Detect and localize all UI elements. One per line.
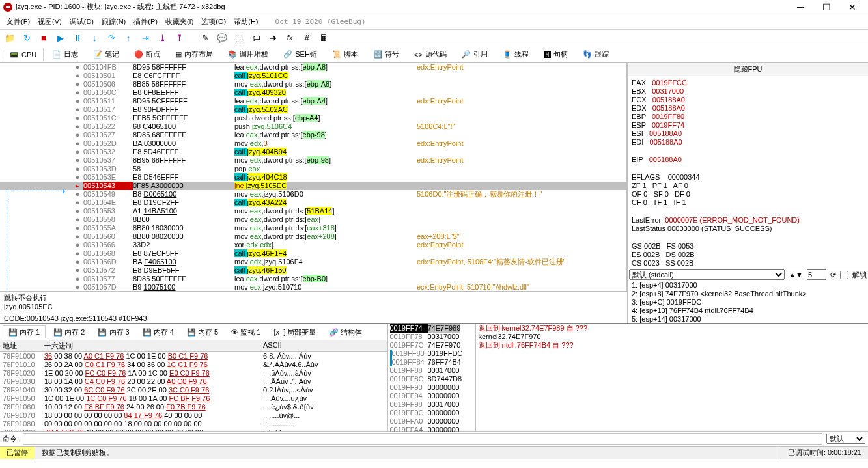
dump-tab[interactable]: 🧬 结构体 xyxy=(324,325,367,338)
disasm-row[interactable]: ▸005105430F85 A3000000jne jzyq.5105EC xyxy=(0,182,626,190)
pause-button[interactable]: ⏸ xyxy=(70,31,85,44)
disasm-row[interactable]: ●0051056633D2xor edx,edx]edx:EntryPoint xyxy=(0,241,626,249)
command-label: 命令: xyxy=(3,434,19,444)
disasm-row[interactable]: ●00510549B8 D0065100mov eax,jzyq.5106D05… xyxy=(0,190,626,199)
disasm-row[interactable]: ●0051053EE8 D546EFFFcall jzyq.404C18 xyxy=(0,173,626,182)
tab-script[interactable]: 📜 脚本 xyxy=(326,48,365,61)
tab-symbols[interactable]: 🔣 符号 xyxy=(367,48,406,61)
disasm-row[interactable]: ●00510568E8 87ECF5FFcall jzyq.46F1F4 xyxy=(0,249,626,258)
disasm-row[interactable]: ●00510517E8 90FDFFFFcall jzyq.5102AC xyxy=(0,105,626,114)
svg-rect-1 xyxy=(6,6,10,8)
step-out-button[interactable]: ↑ xyxy=(121,31,135,44)
comment-button[interactable]: 💬 xyxy=(215,31,229,44)
toggle-button[interactable]: ⬚ xyxy=(232,31,246,44)
restart-button[interactable]: ↻ xyxy=(20,31,34,44)
disasm-row[interactable]: ●005105118D95 5CFFFFFFlea edx,dword ptr … xyxy=(0,97,626,105)
disasm-row[interactable]: ●00510553A1 14BA5100mov eax,dword ptr ds… xyxy=(0,207,626,215)
disasm-row[interactable]: ●0051051CFFB5 5CFFFFFFpush dword ptr ss:… xyxy=(0,114,626,122)
minimize-button[interactable]: ─ xyxy=(787,0,813,14)
patch-button[interactable]: ✎ xyxy=(198,31,212,44)
tab-callstack[interactable]: 📚 调用堆栈 xyxy=(221,48,275,61)
step-over-button[interactable]: ↷ xyxy=(104,31,119,44)
tab-breakpoints[interactable]: 🔴 断点 xyxy=(128,48,167,61)
dump-view[interactable]: 76F9100036 00 38 00 A0 C1 F9 76 1C 00 1E… xyxy=(0,352,387,431)
status-timer: 已调试时间: 0:00:18:21 xyxy=(781,447,868,459)
tab-handles[interactable]: 🅷 句柄 xyxy=(537,48,574,61)
dump-tab[interactable]: 👁 监视 1 xyxy=(226,325,266,338)
fx-button[interactable]: fx xyxy=(283,31,297,44)
stack-args-view[interactable]: 1: [esp+4] 003170002: [esp+8] 74E7F970 <… xyxy=(628,281,868,323)
disasm-row[interactable]: ●00510532E8 5D46EFFFcall jzyq.404B94 xyxy=(0,148,626,156)
menu-file[interactable]: 文件(F) xyxy=(4,16,33,28)
tab-threads[interactable]: 🧵 线程 xyxy=(496,48,535,61)
dump-tab[interactable]: 💾 内存 5 xyxy=(182,325,223,338)
window-title: jzyq.exe - PID: 1600 - 模块: jzyq.exe - 线程… xyxy=(16,2,787,12)
disasm-row[interactable]: ●0051056DBA F4065100mov edx,jzyq.5106F4e… xyxy=(0,258,626,266)
stack-comment-view[interactable]: 返回到 kernel32.74E7F989 自 ???kernel32.74E7… xyxy=(476,324,869,431)
disasm-row[interactable]: ●005105278D85 68FFFFFFlea eax,dword ptr … xyxy=(0,131,626,139)
registers-view[interactable]: EAX 0019FFCC EBX 00317000 ECX 005188A0 E… xyxy=(628,76,868,268)
goto-button[interactable]: ➜ xyxy=(266,31,280,44)
menu-favorites[interactable]: 收藏夹(I) xyxy=(163,16,196,28)
dump-header-hex[interactable]: 十六进制 xyxy=(44,340,263,351)
tab-refs[interactable]: 🔎 引用 xyxy=(455,48,494,61)
menu-options[interactable]: 选项(O) xyxy=(199,16,229,28)
step-button[interactable]: ⇥ xyxy=(138,31,152,44)
stack-view[interactable]: 0019FF7474E7F9890019FF78003170000019FF7C… xyxy=(388,324,476,431)
disasm-row[interactable]: ●005105378B95 68FFFFFFmov edx,dword ptr … xyxy=(0,156,626,165)
dump-header-addr[interactable]: 地址 xyxy=(3,340,44,351)
tab-seh[interactable]: 🔗 SEH链 xyxy=(277,48,324,61)
hash-button[interactable]: # xyxy=(300,31,314,44)
menu-trace[interactable]: 跟踪(N) xyxy=(99,16,128,28)
menu-plugins[interactable]: 插件(P) xyxy=(131,16,160,28)
trace-into-button[interactable]: ⤓ xyxy=(155,31,169,44)
menu-debug[interactable]: 调试(D) xyxy=(67,16,96,28)
status-message: 数据已复制到剪贴板。 xyxy=(35,447,120,459)
dump-header-ascii[interactable]: ASCII xyxy=(263,340,282,351)
menu-help[interactable]: 帮助(H) xyxy=(231,16,260,28)
tab-notes[interactable]: 📝 笔记 xyxy=(87,48,126,61)
menu-view[interactable]: 视图(V) xyxy=(35,16,64,28)
disasm-row[interactable]: ●005105608B80 08020000mov eax,dword ptr … xyxy=(0,232,626,241)
disasm-row[interactable]: ●005105068B85 58FFFFFFmov eax,dword ptr … xyxy=(0,80,626,89)
dump-tab[interactable]: [x=] 局部变量 xyxy=(268,325,321,338)
dump-tab[interactable]: 💾 内存 1 xyxy=(3,325,46,338)
disassembly-view[interactable]: ●005104FB8D95 58FFFFFFlea edx,dword ptr … xyxy=(0,63,627,291)
disasm-row[interactable]: ●0051057DB9 10075100mov ecx,jzyq.510710e… xyxy=(0,283,626,291)
disasm-row[interactable]: ●005104FB8D95 58FFFFFFlea edx,dword ptr … xyxy=(0,63,626,72)
trace-over-button[interactable]: ⤒ xyxy=(172,31,186,44)
tab-source[interactable]: <> 源代码 xyxy=(408,48,453,61)
step-into-button[interactable]: ↓ xyxy=(87,31,102,44)
disasm-row[interactable]: ●00510572E8 D9EBF5FFcall jzyq.46F150 xyxy=(0,266,626,275)
hide-fpu-button[interactable]: 隐藏FPU xyxy=(628,63,868,76)
disasm-row[interactable]: ●0051050CE8 0F8EEFFFcall jzyq.409320 xyxy=(0,89,626,97)
calc-button[interactable]: 🖩 xyxy=(316,31,331,44)
menu-bar: 文件(F) 视图(V) 调试(D) 跟踪(N) 插件(P) 收藏夹(I) 选项(… xyxy=(0,14,868,30)
tab-cpu[interactable]: 📟 CPU xyxy=(3,48,44,61)
command-input[interactable] xyxy=(23,433,822,445)
tab-memory[interactable]: ▦ 内存布局 xyxy=(169,48,219,61)
calling-convention-select[interactable]: 默认 (stdcall) xyxy=(629,269,785,280)
dump-tab[interactable]: 💾 内存 2 xyxy=(48,325,90,338)
maximize-button[interactable]: ☐ xyxy=(813,0,839,14)
dump-tab[interactable]: 💾 内存 3 xyxy=(92,325,134,338)
disasm-row[interactable]: ●0051053D58pop eax xyxy=(0,165,626,173)
label-button[interactable]: 🏷 xyxy=(249,31,263,44)
disasm-row[interactable]: ●005105778D85 50FFFFFFlea eax,dword ptr … xyxy=(0,275,626,283)
disasm-row[interactable]: ●0051054EE8 D19CF2FFcall jzyq.43A224 xyxy=(0,199,626,207)
disasm-row[interactable]: ●005105588B00mov eax,dword ptr ds:[eax] xyxy=(0,215,626,224)
arg-count-input[interactable] xyxy=(807,269,826,280)
run-button[interactable]: ▶ xyxy=(53,31,68,44)
close-button[interactable]: ✕ xyxy=(839,0,865,14)
disasm-row[interactable]: ●0051052DBA 03000000mov edx,3edx:EntryPo… xyxy=(0,139,626,148)
disasm-row[interactable]: ●0051055A8B80 18030000mov eax,dword ptr … xyxy=(0,224,626,232)
command-mode-select[interactable]: 默认 xyxy=(826,434,865,444)
tab-log[interactable]: 📄 日志 xyxy=(46,48,85,61)
tab-trace[interactable]: 👣 跟踪 xyxy=(576,48,615,61)
dump-tab[interactable]: 💾 内存 4 xyxy=(137,325,179,338)
disasm-row[interactable]: ●0051052268 C4065100push jzyq.5106C45106… xyxy=(0,122,626,131)
disasm-row[interactable]: ●00510501E8 C6FCFFFFcall jzyq.5101CC xyxy=(0,72,626,80)
open-button[interactable]: 📁 xyxy=(3,31,17,44)
unlock-checkbox[interactable] xyxy=(840,271,848,279)
stop-button[interactable]: ■ xyxy=(36,31,51,44)
